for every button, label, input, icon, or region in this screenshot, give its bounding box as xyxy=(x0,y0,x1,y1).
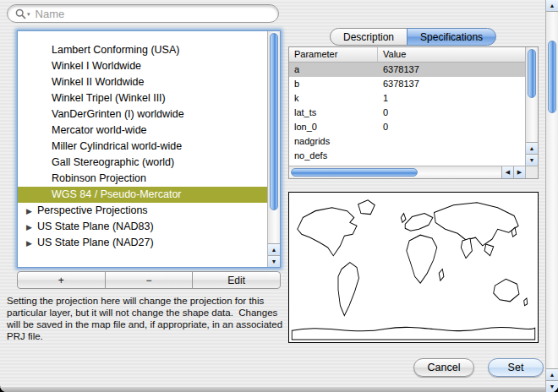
list-item[interactable]: Miller Cylindrical world-wide xyxy=(18,139,267,155)
list-item-label: WGS 84 / Pseudo-Mercator xyxy=(52,188,182,200)
help-text: Setting the projection here will change … xyxy=(7,295,289,342)
list-item-label: Mercator world-wide xyxy=(52,124,147,136)
table-header: Parameter Value xyxy=(289,47,525,63)
list-item-label: Gall Stereographic (world) xyxy=(52,156,174,168)
scroll-left-icon[interactable]: ◀ xyxy=(501,166,513,178)
search-icon xyxy=(15,8,26,19)
cell-value: 6378137 xyxy=(378,63,525,77)
table-vertical-scrollbar-thumb[interactable] xyxy=(528,49,536,98)
column-header-parameter[interactable]: Parameter xyxy=(289,47,378,62)
cell-value: 0 xyxy=(378,106,525,120)
search-field[interactable]: ▾ xyxy=(7,4,279,23)
table-vertical-scrollbar[interactable]: ▲ ▼ xyxy=(525,47,538,166)
list-item[interactable]: Winkel I Worldwide xyxy=(18,58,267,74)
window-scrollbar[interactable]: ▲ ▲ ▼ xyxy=(545,0,558,392)
table-row[interactable]: nadgrids xyxy=(289,134,525,149)
list-item[interactable]: Gall Stereographic (world) xyxy=(18,155,267,171)
table-row[interactable]: b 6378137 xyxy=(289,77,525,91)
window-bottom-edge xyxy=(0,387,558,392)
table-horizontal-scrollbar[interactable]: ◀ ▶ xyxy=(289,166,525,178)
column-header-value[interactable]: Value xyxy=(378,47,525,62)
set-button[interactable]: Set xyxy=(488,358,544,377)
tab-specifications[interactable]: Specifications xyxy=(407,28,496,46)
disclosure-triangle-icon[interactable]: ▶ xyxy=(26,204,37,219)
disclosure-triangle-icon[interactable]: ▶ xyxy=(26,220,37,235)
cell-value xyxy=(378,134,525,149)
cancel-button[interactable]: Cancel xyxy=(413,358,474,377)
cell-value xyxy=(378,149,525,163)
detail-tabs: Description Specifications xyxy=(330,28,496,46)
list-item[interactable]: Winkel Tripel (Winkel III) xyxy=(18,90,267,106)
list-item-label: US State Plane (NAD27) xyxy=(37,237,154,248)
scroll-up-icon[interactable]: ▲ xyxy=(546,0,558,12)
remove-projection-button[interactable]: − xyxy=(105,271,194,289)
list-item-label: Lambert Conforming (USA) xyxy=(52,44,179,56)
cell-parameter: k xyxy=(289,91,378,106)
cell-parameter: lon_0 xyxy=(289,120,378,134)
cell-parameter: b xyxy=(289,77,378,91)
list-scrollbar-thumb[interactable] xyxy=(270,33,278,210)
specifications-table-content: Parameter Value a 6378137 b 6378137 k 1 … xyxy=(289,47,525,166)
window-scrollbar-thumb[interactable] xyxy=(548,41,556,113)
scroll-up-icon[interactable]: ▲ xyxy=(546,368,558,380)
table-row[interactable]: k 1 xyxy=(289,91,525,106)
tab-description[interactable]: Description xyxy=(330,28,408,46)
projection-list: Lambert Conforming (USA) Winkel I Worldw… xyxy=(17,30,281,268)
specifications-table: Parameter Value a 6378137 b 6378137 k 1 … xyxy=(288,46,539,179)
projection-dialog: ▾ Lambert Conforming (USA) Winkel I Worl… xyxy=(0,0,558,392)
scroll-right-icon[interactable]: ▶ xyxy=(513,166,525,178)
world-map-image xyxy=(289,193,538,342)
list-group-item[interactable]: ▶US State Plane (NAD27) xyxy=(18,235,267,251)
list-group-item[interactable]: ▶US State Plane (NAD83) xyxy=(18,219,267,235)
add-projection-button[interactable]: + xyxy=(17,271,106,289)
list-item-selected[interactable]: WGS 84 / Pseudo-Mercator xyxy=(18,187,267,203)
list-item-label: Robinson Projection xyxy=(52,172,146,184)
scroll-down-icon[interactable]: ▼ xyxy=(546,380,558,392)
table-row[interactable]: no_defs xyxy=(289,149,525,163)
list-item[interactable]: Robinson Projection xyxy=(18,171,267,187)
list-item-label: Perspective Projections xyxy=(37,204,148,216)
scroll-down-icon[interactable]: ▼ xyxy=(526,154,538,166)
cell-value: 6378137 xyxy=(378,77,525,91)
cell-value: 0 xyxy=(378,120,525,134)
cell-value: 1 xyxy=(378,91,525,106)
list-item-label: US State Plane (NAD83) xyxy=(37,220,154,232)
cell-parameter: lat_ts xyxy=(289,106,378,120)
list-item[interactable]: Lambert Conforming (USA) xyxy=(18,42,267,58)
edit-projection-button[interactable]: Edit xyxy=(192,271,281,289)
list-item[interactable]: VanDerGrinten (I) worldwide xyxy=(18,106,267,122)
list-item-label: Winkel I Worldwide xyxy=(52,60,141,72)
table-row[interactable]: lon_0 0 xyxy=(289,120,525,134)
list-item-label: Miller Cylindrical world-wide xyxy=(52,140,182,152)
list-item-label: Winkel Tripel (Winkel III) xyxy=(52,92,166,104)
cell-parameter: no_defs xyxy=(289,149,378,163)
list-item-label: Winkel II Worldwide xyxy=(52,76,145,88)
table-row-selected[interactable]: a 6378137 xyxy=(289,63,525,77)
search-input[interactable] xyxy=(34,7,271,21)
list-item[interactable]: Winkel II Worldwide xyxy=(18,74,267,90)
table-horizontal-scrollbar-thumb[interactable] xyxy=(291,168,418,177)
scroll-up-icon[interactable]: ▲ xyxy=(526,142,538,154)
list-item[interactable]: Mercator world-wide xyxy=(18,122,267,139)
list-group-item[interactable]: ▶Perspective Projections xyxy=(18,203,267,219)
scrollbar-corner xyxy=(525,166,538,178)
cell-parameter: a xyxy=(289,63,378,77)
list-scrollbar[interactable]: ▲ ▼ xyxy=(267,31,280,267)
projection-map-preview xyxy=(288,192,539,343)
projection-list-items: Lambert Conforming (USA) Winkel I Worldw… xyxy=(18,31,267,267)
disclosure-triangle-icon[interactable]: ▶ xyxy=(26,236,37,251)
list-action-bar: + − Edit xyxy=(17,271,281,289)
scroll-down-icon[interactable]: ▼ xyxy=(268,255,280,267)
table-row[interactable]: lat_ts 0 xyxy=(289,106,525,120)
cell-parameter: nadgrids xyxy=(289,134,378,149)
scroll-up-icon[interactable]: ▲ xyxy=(268,243,280,255)
list-item-label: VanDerGrinten (I) worldwide xyxy=(52,108,184,120)
search-menu-chevron-icon[interactable]: ▾ xyxy=(27,11,30,18)
